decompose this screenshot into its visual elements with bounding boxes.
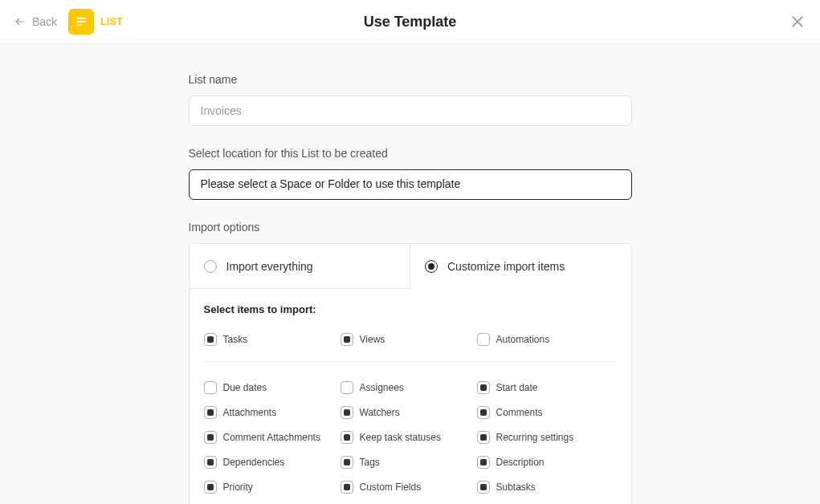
form-container: List name Select location for this List … xyxy=(189,44,632,504)
checkbox-icon xyxy=(477,381,490,394)
import-item-checkbox[interactable]: Dependencies xyxy=(204,449,341,474)
import-item-label: Tags xyxy=(360,457,380,468)
primary-items-grid: TasksViewsAutomations xyxy=(204,327,617,352)
import-item-checkbox[interactable]: Comments xyxy=(477,400,614,425)
list-type-label: LIST xyxy=(100,16,123,27)
secondary-items-grid: Due datesAssigneesStart dateAttachmentsW… xyxy=(204,375,617,504)
import-item-label: Watchers xyxy=(360,407,400,418)
import-item-label: Attachments xyxy=(223,407,277,418)
import-everything-label: Import everything xyxy=(226,260,313,273)
checkbox-icon xyxy=(477,431,490,444)
checkbox-icon xyxy=(477,481,490,494)
import-item-checkbox[interactable]: Subtasks xyxy=(477,474,614,499)
import-item-checkbox[interactable]: Comment Attachments xyxy=(204,425,341,449)
radio-icon xyxy=(425,260,438,273)
import-options-card: Import everything Customize import items… xyxy=(189,243,632,504)
customize-import-label: Customize import items xyxy=(447,260,565,273)
checkbox-icon xyxy=(341,431,353,444)
items-divider xyxy=(204,361,617,362)
svg-rect-3 xyxy=(76,24,83,26)
list-name-input[interactable] xyxy=(189,96,632,126)
import-item-label: Start date xyxy=(496,382,538,393)
content-scroll[interactable]: List name Select location for this List … xyxy=(0,44,820,504)
import-item-label: Subtasks xyxy=(496,482,536,493)
checkbox-icon xyxy=(204,406,217,419)
checkbox-icon xyxy=(204,481,217,494)
header-bar: Back LIST Use Template xyxy=(0,0,820,44)
import-item-checkbox[interactable]: Tags xyxy=(341,449,477,474)
import-options-label: Import options xyxy=(189,221,632,234)
back-label: Back xyxy=(32,15,57,28)
import-item-checkbox[interactable]: Checklists xyxy=(204,499,341,504)
back-button[interactable]: Back xyxy=(14,15,57,28)
import-item-label: Comments xyxy=(496,407,543,418)
checkbox-icon xyxy=(204,456,217,469)
checkbox-icon xyxy=(341,333,353,346)
import-item-checkbox[interactable]: Attachments xyxy=(204,400,341,425)
checkbox-icon xyxy=(204,333,217,346)
radio-icon xyxy=(204,260,217,273)
svg-rect-2 xyxy=(76,21,86,22)
import-item-checkbox[interactable]: Start date xyxy=(477,375,614,400)
import-item-checkbox[interactable]: Automations xyxy=(477,327,614,352)
import-item-label: Assignees xyxy=(360,382,404,393)
location-selector[interactable]: Please select a Space or Folder to use t… xyxy=(189,169,632,200)
import-item-checkbox[interactable]: Priority xyxy=(204,474,341,499)
import-item-label: Custom Fields xyxy=(360,482,422,493)
import-item-label: Due dates xyxy=(223,382,267,393)
import-item-label: Tasks xyxy=(223,334,248,345)
import-item-label: Recurring settings xyxy=(496,432,574,443)
import-item-checkbox[interactable]: Recurring settings xyxy=(477,425,614,449)
svg-rect-1 xyxy=(76,18,86,19)
import-item-checkbox[interactable]: Custom Fields xyxy=(341,474,477,499)
select-items-area: Select items to import: TasksViewsAutoma… xyxy=(190,289,631,504)
modal-title: Use Template xyxy=(364,14,457,30)
import-item-label: Views xyxy=(360,334,386,345)
checkbox-icon xyxy=(341,481,353,494)
checkbox-icon xyxy=(204,381,217,394)
select-items-title: Select items to import: xyxy=(204,303,617,315)
checkbox-icon xyxy=(341,456,353,469)
checkbox-icon xyxy=(341,381,353,394)
checkbox-icon xyxy=(341,406,353,419)
import-item-label: Description xyxy=(496,457,545,468)
import-item-checkbox[interactable]: Assignees xyxy=(341,375,477,400)
import-item-label: Keep task statuses xyxy=(360,432,441,443)
list-type-badge xyxy=(68,9,94,35)
import-item-checkbox[interactable]: Watchers xyxy=(341,400,477,425)
import-mode-row: Import everything Customize import items xyxy=(190,244,631,289)
checkbox-icon xyxy=(477,406,490,419)
checkbox-icon xyxy=(477,456,490,469)
import-item-label: Dependencies xyxy=(223,457,285,468)
close-button[interactable] xyxy=(789,14,806,30)
customize-import-option[interactable]: Customize import items xyxy=(410,244,631,289)
import-item-checkbox[interactable]: Description xyxy=(477,449,614,474)
import-everything-option[interactable]: Import everything xyxy=(190,244,411,289)
import-item-label: Automations xyxy=(496,334,550,345)
location-label: Select location for this List to be crea… xyxy=(189,147,632,160)
checkbox-icon xyxy=(477,333,490,346)
arrow-left-icon xyxy=(14,16,26,27)
import-item-label: Comment Attachments xyxy=(223,432,320,443)
import-item-checkbox[interactable]: Due dates xyxy=(204,375,341,400)
list-name-label: List name xyxy=(189,73,632,86)
checkbox-icon xyxy=(204,431,217,444)
location-placeholder: Please select a Space or Folder to use t… xyxy=(201,177,461,190)
import-item-checkbox[interactable]: Tasks xyxy=(204,327,341,352)
import-item-label: Priority xyxy=(223,482,253,493)
import-item-checkbox[interactable]: Keep task statuses xyxy=(341,425,477,449)
import-item-checkbox[interactable]: Views xyxy=(341,327,477,352)
